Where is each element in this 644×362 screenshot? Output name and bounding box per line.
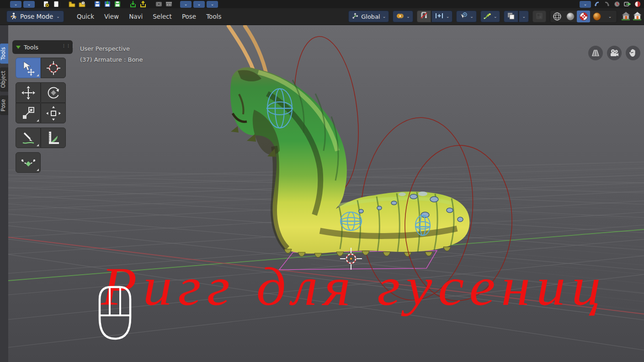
menu-navi[interactable]: Navi	[124, 11, 147, 22]
zoom-grid-button[interactable]	[588, 46, 603, 60]
chevron-down-icon: ⌄	[383, 15, 386, 19]
chevron-down-icon: ⌄	[406, 15, 410, 19]
recent-folder-icon[interactable]	[78, 1, 86, 8]
collapse-triangle-icon[interactable]	[16, 46, 21, 49]
menu-tools[interactable]: Tools	[202, 11, 226, 22]
custom-toolbar: ⌄ ⌄ ⌄ ⌄ ⌄ ⌄	[0, 0, 644, 8]
new-file-icon[interactable]	[42, 1, 50, 8]
save-icon[interactable]	[93, 1, 101, 8]
open-folder-icon[interactable]	[68, 1, 76, 8]
blank-file-icon[interactable]	[52, 1, 60, 8]
chevron-down-icon: ⌄	[56, 15, 60, 19]
chevron-down-icon: ⌄	[470, 15, 474, 19]
material-sphere-icon[interactable]	[633, 1, 641, 8]
xray-icon	[536, 12, 543, 21]
render-animation-icon[interactable]	[165, 1, 173, 8]
camera-icon	[609, 48, 619, 58]
shading-rendered-button[interactable]	[590, 11, 603, 22]
tool-select-box[interactable]	[16, 58, 41, 78]
snap-target-dropdown[interactable]: ⌄	[431, 11, 453, 22]
viewport-info: User Perspective (37) Armature : Bone	[80, 43, 143, 65]
camera-view-button[interactable]	[607, 46, 622, 60]
chevron-down-icon: ⌄	[522, 15, 526, 19]
toolbar-dropdown-icon[interactable]: ⌄	[580, 1, 591, 8]
proportional-editing-icon	[459, 12, 468, 21]
tool-measure[interactable]	[41, 128, 66, 148]
home-icon[interactable]	[632, 10, 642, 23]
chevron-down-icon: ⌄	[608, 15, 612, 19]
shading-dropdown[interactable]: ⌄	[603, 11, 617, 22]
menu-view[interactable]: View	[100, 11, 123, 22]
view-name-text: User Perspective	[80, 43, 143, 54]
tool-annotate[interactable]	[16, 128, 41, 148]
pose-figure-icon	[10, 12, 17, 21]
pivot-point-dropdown[interactable]: ⌄	[393, 11, 413, 22]
export-icon[interactable]	[139, 1, 147, 8]
active-object-text: (37) Armature : Bone	[80, 54, 143, 65]
menu-pose[interactable]: Pose	[177, 11, 201, 22]
toolbar-dropdown-icon[interactable]: ⌄	[193, 1, 205, 8]
toolbar-dropdown-icon[interactable]: ⌄	[180, 1, 192, 8]
overlays-toggle[interactable]	[504, 11, 518, 22]
tool-move[interactable]	[16, 82, 41, 103]
recover-session-icon[interactable]	[613, 1, 621, 8]
tool-rotate[interactable]	[41, 82, 66, 103]
save-as-icon[interactable]	[103, 1, 112, 8]
render-image-icon[interactable]	[154, 1, 163, 8]
link-append-icon[interactable]	[623, 1, 631, 8]
chevron-down-icon: ⌄	[494, 15, 497, 19]
pan-hand-button[interactable]	[626, 46, 640, 60]
import-icon[interactable]	[129, 1, 137, 8]
caption-text: Ригг для гусениц	[101, 260, 607, 314]
tool-cursor[interactable]	[41, 58, 66, 78]
magnet-icon	[420, 12, 428, 21]
tab-strip: Tools Object Pose	[0, 25, 8, 362]
tools-panel: Tools ⋮⋮⋮	[12, 40, 73, 177]
hand-icon	[629, 48, 637, 58]
orientation-label: Global	[361, 13, 380, 20]
undo-icon[interactable]	[593, 1, 601, 8]
menu-select[interactable]: Select	[148, 11, 176, 22]
orientation-axes-icon	[351, 12, 359, 21]
mode-label: Pose Mode	[20, 13, 53, 20]
redo-icon[interactable]	[603, 1, 611, 8]
toolbar-dropdown-icon[interactable]: ⌄	[207, 1, 218, 8]
chevron-down-icon: ⌄	[446, 15, 450, 19]
transform-orientation-dropdown[interactable]: Global ⌄	[348, 11, 389, 22]
sidebar-tab-tools[interactable]: Tools	[0, 43, 8, 64]
overlays-dropdown[interactable]: ⌄	[519, 11, 529, 22]
tools-panel-title: Tools	[24, 44, 38, 51]
tool-transform[interactable]	[41, 103, 66, 123]
caterpillar-body	[230, 67, 469, 254]
falloff-curve-icon	[484, 12, 491, 21]
drag-grip-icon[interactable]: ⋮⋮⋮	[62, 45, 69, 49]
tool-pose-breakdowner[interactable]	[16, 152, 41, 173]
xray-toggle[interactable]	[532, 11, 546, 22]
snap-toggle[interactable]	[417, 11, 431, 22]
toolbar-dropdown-icon[interactable]: ⌄	[10, 1, 21, 8]
sidebar-tab-pose[interactable]: Pose	[0, 96, 8, 115]
shading-wireframe-button[interactable]	[550, 11, 564, 22]
shading-mode-switch: ⌄	[550, 10, 617, 23]
shading-material-button[interactable]	[577, 11, 590, 22]
grid-icon	[591, 49, 601, 57]
menu-bar: Quick View Navi Select Pose Tools	[72, 11, 226, 22]
proportional-editing-dropdown[interactable]: ⌄	[456, 11, 477, 22]
viewport-3d[interactable]: User Perspective (37) Armature : Bone To…	[8, 25, 644, 362]
home-icon[interactable]	[621, 10, 631, 23]
save-copy-icon[interactable]	[113, 1, 122, 8]
shading-solid-button[interactable]	[564, 11, 577, 22]
menu-quick[interactable]: Quick	[72, 11, 99, 22]
mouse-icon	[90, 284, 140, 344]
toolbar-dropdown-icon[interactable]: ⌄	[23, 1, 35, 8]
tool-scale[interactable]	[16, 103, 41, 123]
tools-panel-header[interactable]: Tools ⋮⋮⋮	[12, 40, 73, 54]
overlays-icon	[507, 12, 515, 21]
falloff-dropdown[interactable]: ⌄	[480, 11, 500, 22]
viewport-nav-gizmos	[588, 46, 640, 60]
sidebar-tab-object[interactable]: Object	[0, 67, 8, 91]
snap-increment-icon	[435, 12, 444, 21]
mode-dropdown[interactable]: Pose Mode ⌄	[6, 11, 64, 22]
viewport-header: Pose Mode ⌄ Quick View Navi Select Pose …	[0, 8, 644, 25]
pivot-point-icon	[396, 13, 404, 21]
